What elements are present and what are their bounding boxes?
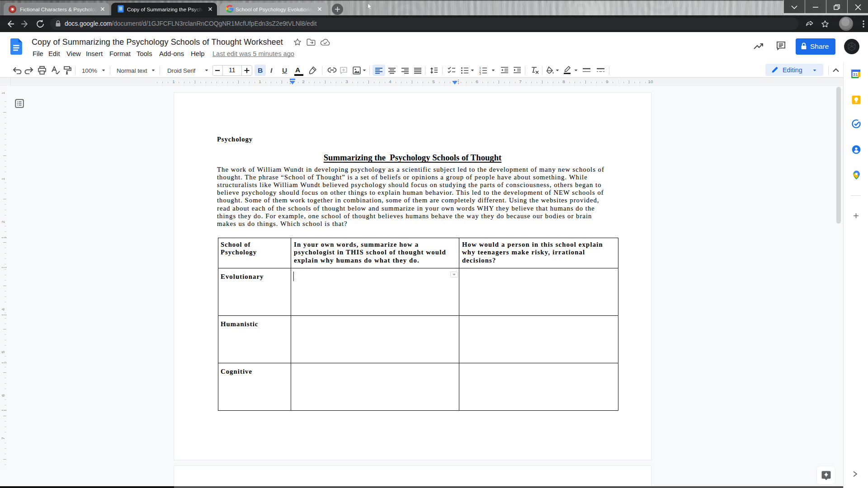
svg-text:31: 31	[853, 72, 858, 77]
svg-text:3: 3	[479, 72, 481, 75]
